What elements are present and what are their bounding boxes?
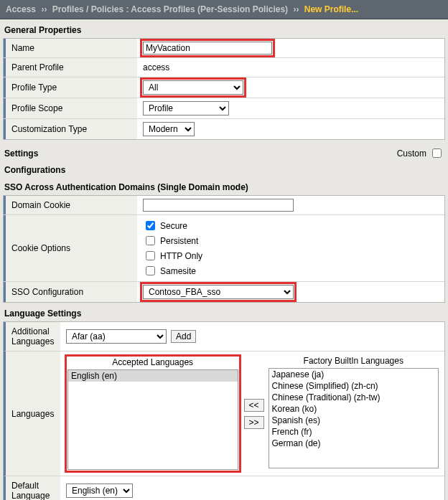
profile-scope-label: Profile Scope <box>4 98 137 118</box>
accepted-languages-list[interactable]: English (en) <box>67 369 238 470</box>
move-left-button[interactable]: << <box>244 399 264 412</box>
factory-languages-list[interactable]: Japanese (ja) Chinese (Simplified) (zh-c… <box>269 368 439 468</box>
breadcrumb: Access ›› Profiles / Policies : Access P… <box>0 0 448 19</box>
additional-languages-select[interactable]: Afar (aa) <box>66 329 167 344</box>
customization-type-label: Customization Type <box>4 119 137 139</box>
move-right-button[interactable]: >> <box>244 416 264 429</box>
default-language-select[interactable]: English (en) <box>66 484 133 498</box>
default-language-label: Default Language <box>6 476 60 500</box>
section-sso: SSO Across Authentication Domains (Singl… <box>0 178 448 195</box>
profile-type-label: Profile Type <box>4 77 137 98</box>
samesite-checkbox[interactable] <box>146 266 155 275</box>
cookie-opt-samesite[interactable]: Samesite <box>143 263 202 278</box>
sso-config-select[interactable]: Contoso_FBA_sso <box>143 285 294 299</box>
profile-type-select[interactable]: All <box>143 80 243 95</box>
name-label: Name <box>4 39 137 57</box>
section-language-settings: Language Settings <box>0 303 448 321</box>
language-panel: Additional Languages Afar (aa) Add Langu… <box>3 321 445 500</box>
list-item[interactable]: Korean (ko) <box>269 403 439 415</box>
crumb-leaf: New Profile... <box>304 4 358 14</box>
profile-scope-select[interactable]: Profile <box>143 101 229 115</box>
persistent-checkbox[interactable] <box>146 236 155 245</box>
parent-profile-label: Parent Profile <box>4 58 137 77</box>
add-language-button[interactable]: Add <box>171 330 196 343</box>
list-item[interactable]: Chinese (Traditional) (zh-tw) <box>269 392 439 403</box>
additional-languages-label: Additional Languages <box>6 322 60 351</box>
section-configurations: Configurations <box>0 164 448 178</box>
list-item[interactable]: Japanese (ja) <box>269 369 439 380</box>
cookie-options-label: Cookie Options <box>4 215 137 281</box>
crumb-root[interactable]: Access <box>6 4 36 14</box>
name-input[interactable] <box>143 42 272 55</box>
custom-label: Custom <box>397 148 426 159</box>
cookie-opt-httponly[interactable]: HTTP Only <box>143 248 202 263</box>
section-general-properties: General Properties <box>0 19 448 38</box>
languages-label: Languages <box>6 352 60 476</box>
domain-cookie-input[interactable] <box>143 199 294 212</box>
chevron-icon: ›› <box>290 4 302 14</box>
list-item[interactable]: English (en) <box>68 370 238 382</box>
factory-languages-title: Factory BuiltIn Languages <box>269 356 439 368</box>
list-item[interactable]: Chinese (Simplified) (zh-cn) <box>269 380 439 392</box>
parent-profile-value: access <box>143 62 169 72</box>
httponly-checkbox[interactable] <box>146 251 155 260</box>
general-panel: Name Parent Profile access Profile Type … <box>3 38 445 140</box>
accepted-languages-title: Accepted Languages <box>67 357 238 369</box>
section-settings: Settings <box>4 148 38 159</box>
crumb-mid[interactable]: Profiles / Policies : Access Profiles (P… <box>52 4 288 14</box>
domain-cookie-label: Domain Cookie <box>4 196 137 214</box>
secure-checkbox[interactable] <box>146 221 155 230</box>
list-item[interactable]: German (de) <box>269 438 439 449</box>
list-item[interactable]: Spanish (es) <box>269 415 439 426</box>
list-item[interactable]: French (fr) <box>269 426 439 438</box>
custom-toggle[interactable]: Custom <box>397 146 444 161</box>
cookie-opt-secure[interactable]: Secure <box>143 218 202 233</box>
custom-checkbox[interactable] <box>432 148 442 158</box>
chevron-icon: ›› <box>38 4 50 14</box>
sso-panel: Domain Cookie Cookie Options Secure Pers… <box>3 195 445 303</box>
customization-type-select[interactable]: Modern <box>143 122 195 136</box>
cookie-opt-persistent[interactable]: Persistent <box>143 233 202 248</box>
sso-config-label: SSO Configuration <box>4 282 137 302</box>
